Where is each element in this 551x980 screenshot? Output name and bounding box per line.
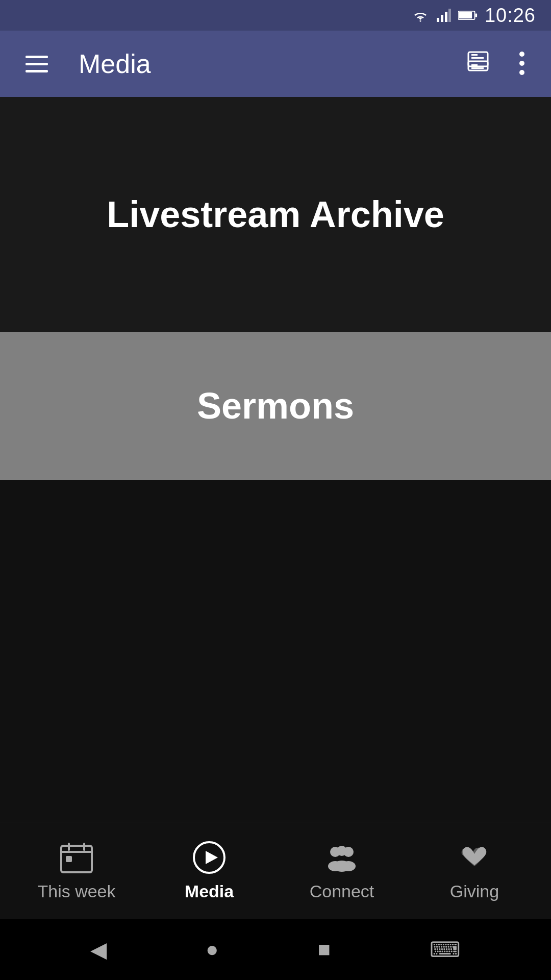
svg-point-28	[334, 861, 350, 872]
keyboard-button[interactable]: ⌨	[424, 932, 466, 967]
svg-marker-22	[206, 851, 218, 864]
nav-item-this-week[interactable]: This week	[31, 835, 122, 906]
menu-button[interactable]	[20, 51, 53, 78]
giving-icon	[457, 840, 492, 875]
nav-label-media: Media	[185, 881, 234, 901]
back-button[interactable]: ◀	[85, 932, 112, 967]
svg-rect-5	[459, 12, 472, 19]
svg-point-13	[519, 52, 524, 57]
nav-label-giving: Giving	[450, 881, 499, 901]
svg-rect-10	[471, 57, 484, 59]
svg-rect-18	[68, 843, 70, 851]
system-nav-bar: ◀ ● ■ ⌨	[0, 919, 551, 980]
play-circle-icon	[191, 840, 227, 875]
svg-rect-7	[468, 52, 488, 66]
status-bar: 10:26	[0, 0, 551, 31]
livestream-section[interactable]: Livestream Archive	[0, 97, 551, 332]
svg-point-15	[519, 70, 524, 75]
svg-rect-20	[66, 856, 72, 862]
bottom-nav: This week Media Connect Giving	[0, 822, 551, 919]
people-icon	[324, 840, 360, 875]
sermons-section[interactable]: Sermons	[0, 332, 551, 480]
svg-point-25	[337, 846, 347, 856]
svg-rect-11	[471, 64, 478, 66]
dark-content-area	[0, 480, 551, 822]
svg-rect-2	[445, 12, 447, 22]
home-button[interactable]: ●	[201, 932, 223, 967]
nav-item-giving[interactable]: Giving	[429, 835, 520, 906]
svg-rect-17	[61, 851, 92, 853]
svg-rect-6	[475, 13, 477, 17]
sermons-title: Sermons	[197, 385, 354, 427]
content-area: Livestream Archive Sermons	[0, 97, 551, 822]
battery-icon	[458, 10, 478, 21]
nav-label-connect: Connect	[310, 881, 374, 901]
chat-button[interactable]	[461, 45, 498, 83]
more-vertical-icon	[518, 50, 525, 77]
svg-rect-0	[437, 18, 439, 22]
app-bar: Media	[0, 31, 551, 97]
menu-line-2	[26, 63, 48, 65]
status-icons: 10:26	[411, 5, 536, 27]
app-title: Media	[79, 48, 446, 79]
calendar-icon	[59, 840, 94, 875]
menu-line-3	[26, 70, 48, 72]
svg-rect-19	[83, 843, 85, 851]
svg-rect-3	[448, 9, 451, 22]
svg-rect-12	[471, 67, 484, 69]
chat-icon	[466, 50, 493, 77]
signal-icon	[437, 9, 451, 22]
svg-rect-9	[471, 54, 478, 56]
wifi-icon	[411, 9, 430, 22]
livestream-title: Livestream Archive	[107, 193, 444, 235]
svg-point-14	[519, 61, 524, 66]
nav-item-media[interactable]: Media	[163, 835, 255, 906]
nav-item-connect[interactable]: Connect	[296, 835, 388, 906]
nav-label-this-week: This week	[37, 881, 115, 901]
status-time: 10:26	[485, 5, 536, 27]
svg-rect-1	[441, 15, 443, 22]
more-options-button[interactable]	[513, 45, 531, 83]
recent-button[interactable]: ■	[313, 932, 336, 967]
app-bar-actions	[461, 45, 531, 83]
menu-line-1	[26, 56, 48, 58]
